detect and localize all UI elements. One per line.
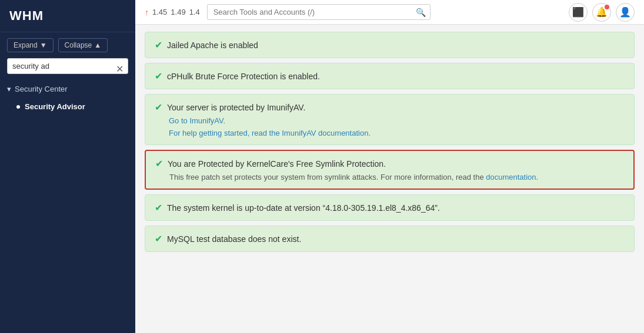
load-3: 1.4 (189, 8, 200, 16)
notifications-button[interactable]: 🔔 (592, 3, 611, 22)
topbar-search-input[interactable] (207, 4, 431, 20)
security-advisor-label: Security Advisor (25, 102, 85, 111)
kernelcare-doc-link[interactable]: documentation (486, 173, 536, 181)
kernelcare-text: You are Protected by KernelCare's Free S… (168, 159, 386, 169)
topbar: ↑ 1.45 1.49 1.4 🔍 ⬛ 🔔 👤 (135, 0, 644, 25)
check-icon: ✔ (155, 70, 162, 82)
kernel-text: The system kernel is up-to-date at versi… (167, 203, 440, 213)
kernelcare-card: ✔ You are Protected by KernelCare's Free… (145, 150, 635, 190)
sidebar-controls: Expand ▼ Collapse ▲ (0, 32, 135, 58)
imunifyav-link-2[interactable]: For help getting started, read the Imuni… (155, 129, 625, 137)
notification-badge (605, 5, 609, 9)
main-panel: ↑ 1.45 1.49 1.4 🔍 ⬛ 🔔 👤 ✔ (135, 0, 644, 333)
topbar-search-container: 🔍 (207, 4, 431, 20)
terminal-button[interactable]: ⬛ (569, 3, 588, 22)
kernelcare-body-suffix: . (536, 173, 539, 181)
load-up-arrow-icon: ↑ (145, 8, 149, 17)
terminal-icon: ⬛ (572, 6, 584, 18)
whm-logo-text: WHM (9, 8, 126, 23)
kernelcare-title: ✔ You are Protected by KernelCare's Free… (155, 158, 624, 169)
check-icon: ✔ (155, 102, 162, 113)
jailed-apache-title: ✔ Jailed Apache is enabled (155, 39, 625, 51)
sidebar-item-security-advisor[interactable]: Security Advisor (0, 98, 135, 115)
expand-button[interactable]: Expand ▼ (7, 38, 54, 52)
jailed-apache-text: Jailed Apache is enabled (167, 41, 258, 50)
active-dot-icon (16, 105, 20, 109)
cphulk-card: ✔ cPHulk Brute Force Protection is enabl… (145, 63, 635, 89)
security-center-label: Security Center (15, 85, 68, 93)
imunifyav-link-1[interactable]: Go to ImunifyAV. (155, 116, 625, 125)
mysql-text: MySQL test database does not exist. (167, 234, 301, 244)
check-icon: ✔ (155, 202, 162, 213)
chevron-down-icon: ▾ (7, 85, 11, 93)
check-icon: ✔ (155, 158, 163, 169)
cphulk-text: cPHulk Brute Force Protection is enabled… (167, 72, 320, 81)
security-center-section: ▾ Security Center Security Advisor (0, 80, 135, 115)
content-area: ✔ Jailed Apache is enabled ✔ cPHulk Brut… (135, 25, 644, 333)
user-account-button[interactable]: 👤 (616, 3, 635, 22)
sidebar-search-clear-button[interactable]: ✕ (115, 65, 125, 74)
kernelcare-body-text: This free patch set protects your system… (169, 173, 486, 181)
collapse-label: Collapse (65, 41, 92, 49)
expand-label: Expand (14, 41, 38, 49)
kernel-title: ✔ The system kernel is up-to-date at ver… (155, 202, 625, 213)
load-1: 1.45 (152, 8, 167, 16)
user-icon: 👤 (619, 6, 631, 18)
sidebar: WHM Expand ▼ Collapse ▲ ✕ ▾ Security Cen… (0, 0, 135, 333)
cphulk-title: ✔ cPHulk Brute Force Protection is enabl… (155, 70, 625, 82)
load-2: 1.49 (171, 8, 185, 16)
sidebar-logo: WHM (0, 0, 135, 32)
expand-arrow-icon: ▼ (40, 41, 47, 49)
kernelcare-body: This free patch set protects your system… (155, 173, 624, 181)
kernel-card: ✔ The system kernel is up-to-date at ver… (145, 194, 635, 221)
imunifyav-card: ✔ Your server is protected by ImunifyAV.… (145, 94, 635, 145)
check-icon: ✔ (155, 233, 162, 244)
jailed-apache-card: ✔ Jailed Apache is enabled (145, 32, 635, 58)
mysql-title: ✔ MySQL test database does not exist. (155, 233, 625, 244)
imunifyav-title: ✔ Your server is protected by ImunifyAV. (155, 102, 625, 113)
mysql-card: ✔ MySQL test database does not exist. (145, 226, 635, 252)
load-average: ↑ 1.45 1.49 1.4 (145, 8, 200, 17)
security-center-header[interactable]: ▾ Security Center (0, 80, 135, 98)
imunifyav-text: Your server is protected by ImunifyAV. (167, 103, 305, 112)
search-icon: 🔍 (416, 8, 426, 17)
sidebar-search-input[interactable] (7, 58, 128, 74)
topbar-icon-group: ⬛ 🔔 👤 (569, 3, 635, 22)
collapse-button[interactable]: Collapse ▲ (58, 38, 108, 52)
check-icon: ✔ (155, 39, 162, 51)
collapse-arrow-icon: ▲ (94, 41, 101, 49)
sidebar-search-container: ✕ (0, 58, 135, 80)
